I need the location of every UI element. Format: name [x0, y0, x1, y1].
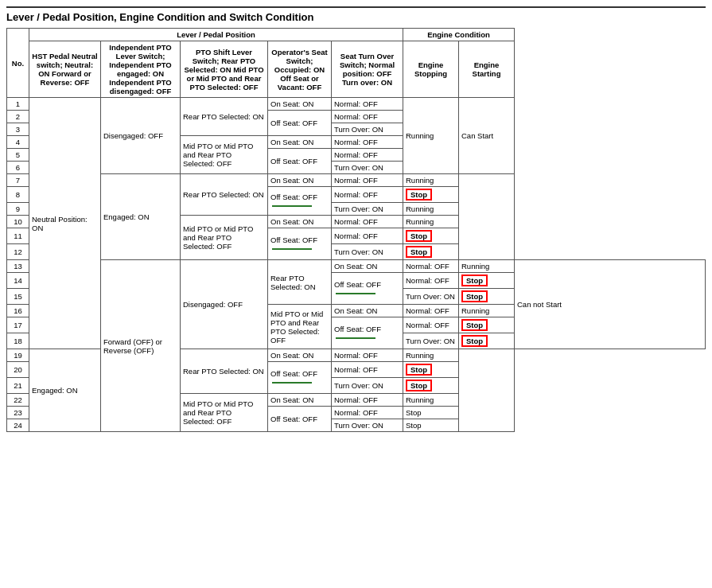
seat-switch: Off Seat: OFF [268, 228, 332, 260]
pto-shift-mid2: Mid PTO or Mid PTO and Rear PTO Selected… [181, 216, 268, 260]
header-col3: PTO Shift Lever Switch; Rear PTO Selecte… [181, 41, 268, 98]
turn-over: Normal: OFF [332, 228, 403, 244]
arrow [272, 205, 312, 207]
arrow [336, 337, 375, 339]
seat-switch: Off Seat: OFF [332, 273, 403, 305]
engine-stopping: Running [403, 174, 459, 187]
turn-over: Normal: OFF [332, 111, 403, 123]
seat-switch: Off Seat: OFF [268, 407, 332, 432]
engine-stopping: Running [459, 260, 515, 273]
pto-engaged-2: Engaged: ON [29, 349, 101, 432]
turn-over: Normal: OFF [332, 187, 403, 203]
turn-over: Normal: OFF [403, 273, 459, 289]
row-no: 14 [7, 273, 29, 289]
engine-stopping: Stop [459, 273, 515, 289]
stop-badge: Stop [406, 189, 432, 201]
turn-over: Normal: OFF [332, 407, 403, 419]
table-row: 1 Neutral Position: ON Disengaged: OFF R… [7, 98, 706, 111]
pto-shift-mid3: Mid PTO or Mid PTO and Rear PTO Selected… [268, 305, 332, 349]
turn-over: Turn Over: ON [332, 378, 403, 394]
row-no: 3 [7, 123, 29, 136]
turn-over: Normal: OFF [403, 305, 459, 317]
engine-stopping: Stop [403, 407, 459, 419]
pto-shift-rear1: Rear PTO Selected: ON [181, 98, 268, 136]
seat-switch: On Seat: ON [268, 349, 332, 362]
engine-stopping: Running [403, 349, 459, 362]
row-no: 12 [7, 244, 29, 260]
row-no: 24 [7, 419, 29, 432]
engine-stopping: Stop [459, 317, 515, 333]
seat-switch: On Seat: ON [268, 216, 332, 228]
row-no: 2 [7, 111, 29, 123]
turn-over: Turn Over: ON [403, 289, 459, 305]
engine-stopping: Stop [403, 378, 459, 394]
turn-over: Normal: OFF [403, 260, 459, 273]
stop-badge: Stop [461, 290, 488, 302]
turn-over: Normal: OFF [332, 98, 403, 111]
seat-switch: On Seat: ON [268, 136, 332, 149]
header-col5: Seat Turn Over Switch; Normal position: … [332, 41, 403, 98]
arrow [336, 293, 375, 294]
engine-stopping: Stop [403, 362, 459, 378]
engine-stopping: Stop [403, 419, 459, 432]
seat-switch: On Seat: ON [268, 174, 332, 187]
pto-engaged-1: Engaged: ON [101, 174, 181, 260]
engine-stopping: Stop [403, 187, 459, 203]
pto-shift-rear3: Rear PTO Selected: ON [268, 260, 332, 305]
seat-switch: On Seat: ON [268, 394, 332, 407]
header-no: No. [7, 29, 29, 98]
engine-stopping: Running [403, 203, 459, 216]
row-no: 15 [7, 289, 29, 305]
row-no: 6 [7, 162, 29, 174]
engine-stopping: Stop [403, 244, 459, 260]
row-no: 4 [7, 136, 29, 149]
stop-badge: Stop [406, 364, 432, 376]
turn-over: Normal: OFF [332, 174, 403, 187]
turn-over: Normal: OFF [403, 317, 459, 333]
engine-stopping: Running [403, 216, 459, 228]
header-engine-stopping: Engine Stopping [403, 41, 459, 98]
arrow [272, 382, 312, 384]
row-no: 20 [7, 362, 29, 378]
engine-stopping: Stop [459, 333, 515, 349]
header-col4: Operator's Seat Switch; Occupied: ON Off… [268, 41, 332, 98]
row-no: 10 [7, 216, 29, 228]
header-col1: HST Pedal Neutral switch; Neutral: ON Fo… [29, 41, 101, 98]
engine-starting [459, 349, 515, 432]
header-engine-condition: Engine Condition [403, 29, 515, 41]
row-no: 11 [7, 228, 29, 244]
engine-stopping: Running [459, 305, 515, 317]
stop-badge: Stop [461, 335, 488, 347]
row-no: 8 [7, 187, 29, 203]
engine-starting: Can Start [459, 98, 515, 174]
row-no: 17 [7, 317, 29, 333]
pto-shift-mid4: Mid PTO or Mid PTO and Rear PTO Selected… [181, 394, 268, 432]
pto-shift-mid1: Mid PTO or Mid PTO and Rear PTO Selected… [181, 136, 268, 174]
header-col2: Independent PTO Lever Switch; Independen… [101, 41, 181, 98]
seat-switch: Off Seat: OFF [268, 111, 332, 136]
row-no: 1 [7, 98, 29, 111]
turn-over: Turn Over: ON [332, 244, 403, 260]
hst-neutral: Neutral Position: ON [29, 98, 101, 349]
turn-over: Normal: OFF [332, 362, 403, 378]
arrow [272, 248, 312, 250]
engine-starting: Can not Start [515, 260, 706, 349]
turn-over: Turn Over: ON [332, 203, 403, 216]
seat-switch: Off Seat: OFF [268, 362, 332, 394]
row-no: 23 [7, 407, 29, 419]
pto-disengaged-1: Disengaged: OFF [101, 98, 181, 174]
page-title: Lever / Pedal Position, Engine Condition… [6, 6, 706, 23]
table-row: 7 Engaged: ON Rear PTO Selected: ON On S… [7, 174, 706, 187]
row-no: 21 [7, 378, 29, 394]
header-engine-starting: Engine Starting [459, 41, 515, 98]
turn-over: Normal: OFF [332, 136, 403, 149]
stop-badge: Stop [461, 275, 488, 286]
row-no: 22 [7, 394, 29, 407]
turn-over: Turn Over: ON [332, 123, 403, 136]
turn-over: Normal: OFF [332, 149, 403, 162]
turn-over: Normal: OFF [332, 216, 403, 228]
turn-over: Normal: OFF [332, 394, 403, 407]
engine-stopping: Stop [459, 289, 515, 305]
engine-starting [459, 174, 515, 260]
engine-stopping: Running [403, 394, 459, 407]
